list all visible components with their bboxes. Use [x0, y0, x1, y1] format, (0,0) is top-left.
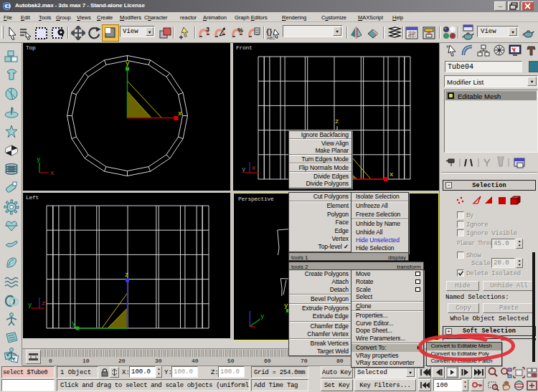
svg-text:z: z: [42, 300, 45, 307]
svg-text:x: x: [252, 165, 255, 172]
svg-text:y: y: [126, 60, 130, 67]
svg-text:y: y: [37, 156, 41, 163]
svg-text:y: y: [72, 320, 76, 328]
svg-text:x: x: [390, 171, 393, 178]
svg-text:y: y: [242, 166, 246, 173]
svg-text:y: y: [260, 313, 265, 320]
svg-text:z: z: [125, 272, 128, 279]
svg-text:y: y: [28, 302, 32, 309]
svg-text:x: x: [178, 110, 181, 118]
svg-text:x: x: [50, 170, 54, 177]
svg-text:z: z: [335, 118, 339, 125]
